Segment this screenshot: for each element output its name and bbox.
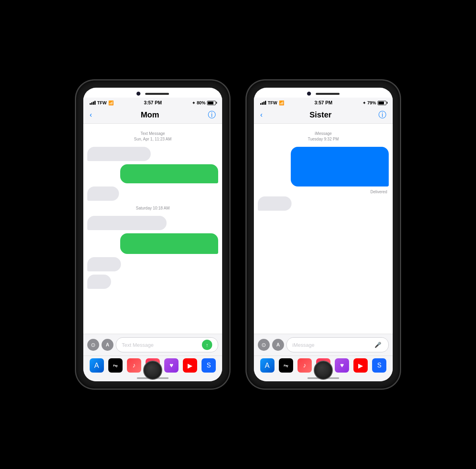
- msg-row-3: [87, 186, 218, 201]
- signal-bars: [90, 101, 96, 105]
- input-bar-mom: ⊙ A Text Message ↑: [83, 334, 222, 356]
- speaker: [145, 93, 169, 95]
- timestamp-type-1: Text Message: [87, 131, 218, 136]
- appstore-button-mom[interactable]: A: [102, 339, 113, 351]
- msg-row-1: [87, 147, 218, 161]
- bubble-received-4: [87, 257, 121, 271]
- bubble-received-s1: [258, 196, 292, 211]
- send-icon: ↑: [206, 342, 209, 348]
- time-label-2: 3:57 PM: [315, 100, 332, 106]
- bluetooth-icon-2: ✦: [363, 101, 366, 105]
- bluetooth-icon: ✦: [192, 101, 195, 105]
- home-button-mom[interactable]: [143, 361, 162, 380]
- msg-row-4: [87, 216, 218, 230]
- timestamp-2: Saturday 10:18 AM: [87, 206, 218, 211]
- camera-icon-2: ⊙: [261, 342, 266, 348]
- mic-icon: 🎤: [374, 342, 381, 348]
- screen-sister: TFW 📶 3:57 PM ✦ 79% ‹: [254, 88, 393, 381]
- send-button-mom[interactable]: ↑: [202, 340, 212, 350]
- conversation-title-mom: Mom: [141, 110, 159, 119]
- sleep-wake-button[interactable]: [229, 142, 230, 166]
- conversation-title-sister: Sister: [309, 110, 332, 119]
- status-bar-sister: TFW 📶 3:57 PM ✦ 79%: [254, 98, 393, 107]
- input-placeholder-sister: iMessage: [292, 342, 315, 348]
- time-label: 3:57 PM: [144, 100, 162, 106]
- sleep-wake-button-2[interactable]: [400, 142, 401, 166]
- battery-pct: 80%: [197, 100, 205, 105]
- back-button[interactable]: ‹: [90, 111, 92, 119]
- carrier-label: TFW: [97, 100, 107, 105]
- status-left: TFW 📶: [90, 100, 114, 106]
- back-button-2[interactable]: ‹: [260, 111, 263, 119]
- vol-up-button[interactable]: [75, 132, 76, 148]
- info-button-sister[interactable]: ⓘ: [378, 110, 386, 120]
- timestamp-date-1: Sun, Apr 1, 11:23 AM: [87, 136, 218, 142]
- status-right-2: ✦ 79%: [363, 100, 386, 105]
- status-left-2: TFW 📶: [260, 100, 284, 106]
- mic-button-sister[interactable]: 🎤: [372, 340, 383, 350]
- home-button-area-sister: [247, 357, 400, 385]
- msg-row-2: [87, 164, 218, 183]
- battery-shell-2: [378, 101, 386, 105]
- bubble-received-3: [87, 216, 167, 230]
- timestamp-1: Text Message Sun, Apr 1, 11:23 AM: [87, 131, 218, 142]
- battery-indicator: [207, 101, 216, 105]
- nav-bar-mom: ‹ Mom ⓘ: [83, 107, 222, 124]
- camera-icon: ⊙: [91, 342, 96, 348]
- status-right: ✦ 80%: [192, 100, 216, 105]
- bubble-received-5: [87, 275, 111, 289]
- wifi-icon: 📶: [108, 100, 114, 106]
- input-field-mom[interactable]: Text Message ↑: [116, 337, 218, 352]
- top-hardware: [83, 88, 222, 98]
- timestamp-date-s1: Tuesday 9:32 PM: [258, 136, 389, 142]
- msg-row-s2: [258, 196, 389, 211]
- input-field-sister[interactable]: iMessage 🎤: [286, 337, 389, 352]
- camera-button-sister[interactable]: ⊙: [258, 339, 270, 351]
- bubble-sent-blue-1: [291, 147, 389, 186]
- timestamp-type-s1: iMessage: [258, 131, 389, 136]
- appstore-icon-2: A: [276, 342, 280, 348]
- delivered-label: Delivered: [258, 190, 387, 194]
- battery-pct-2: 79%: [367, 100, 376, 105]
- bubble-received-1: [87, 147, 151, 161]
- bubble-sent-2: [120, 233, 219, 254]
- msg-row-s1: [258, 147, 389, 186]
- top-hardware-2: [254, 88, 393, 98]
- battery-fill: [208, 102, 213, 104]
- timestamp-date-2: Saturday 10:18 AM: [87, 206, 218, 211]
- info-button-mom[interactable]: ⓘ: [208, 110, 216, 120]
- back-chevron-icon: ‹: [90, 111, 92, 119]
- home-button-area-mom: [76, 357, 229, 385]
- vol-down-button[interactable]: [75, 152, 76, 168]
- front-camera-2: [307, 92, 311, 96]
- iphone-sister: TFW 📶 3:57 PM ✦ 79% ‹: [246, 80, 401, 389]
- status-bar-mom: TFW 📶 3:57 PM ✦ 80%: [83, 98, 222, 107]
- bubble-received-2: [87, 186, 119, 201]
- msg-row-7: [87, 275, 218, 289]
- battery-shell: [207, 101, 216, 105]
- iphone-mom: TFW 📶 3:57 PM ✦ 80% ‹: [75, 80, 230, 389]
- messages-area-mom: Text Message Sun, Apr 1, 11:23 AM Saturd…: [83, 124, 222, 334]
- signal-bars-2: [260, 101, 266, 105]
- nav-bar-sister: ‹ Sister ⓘ: [254, 107, 393, 124]
- vol-up-button-2[interactable]: [246, 132, 247, 148]
- camera-button-mom[interactable]: ⊙: [87, 339, 99, 351]
- speaker-2: [316, 93, 340, 95]
- msg-row-5: [87, 233, 218, 254]
- wifi-icon-2: 📶: [279, 100, 284, 106]
- timestamp-s1: iMessage Tuesday 9:32 PM: [258, 131, 389, 142]
- back-chevron-icon-2: ‹: [260, 111, 263, 119]
- bubble-sent-1: [120, 164, 219, 183]
- input-placeholder-mom: Text Message: [122, 342, 154, 348]
- home-button-sister[interactable]: [314, 361, 333, 380]
- appstore-icon: A: [106, 342, 109, 348]
- battery-indicator-2: [378, 101, 386, 105]
- messages-area-sister: iMessage Tuesday 9:32 PM Delivered: [254, 124, 393, 334]
- vol-down-button-2[interactable]: [246, 152, 247, 168]
- front-camera: [136, 92, 140, 96]
- carrier-label-2: TFW: [268, 100, 277, 105]
- appstore-button-sister[interactable]: A: [272, 339, 284, 351]
- screen-mom: TFW 📶 3:57 PM ✦ 80% ‹: [83, 88, 222, 381]
- msg-row-6: [87, 257, 218, 271]
- input-bar-sister: ⊙ A iMessage 🎤: [254, 334, 393, 356]
